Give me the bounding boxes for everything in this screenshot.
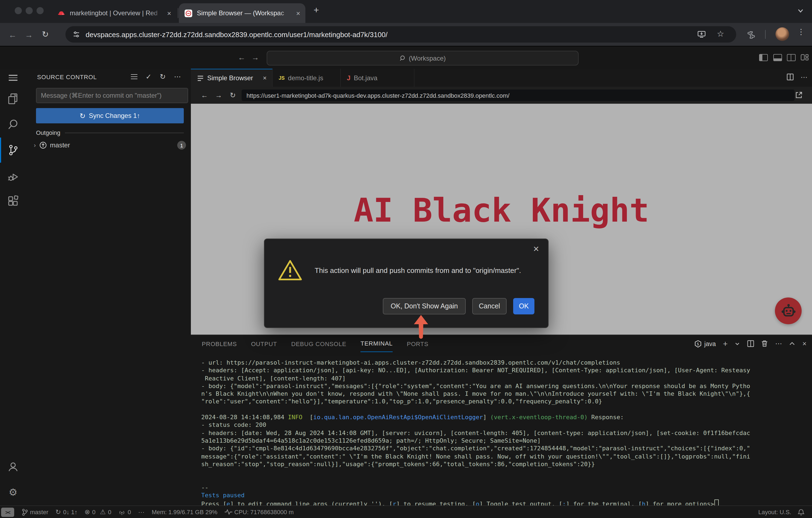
editor-tab-demo-title-js[interactable]: JS demo-title.js [273,69,341,87]
chevron-right-icon[interactable]: › [34,142,36,148]
site-settings-icon[interactable] [72,31,80,38]
terminal-output[interactable]: - url: https://parasol-instruct-marketin… [201,359,807,509]
profile-avatar[interactable] [776,27,789,41]
editor-tab-bot-java[interactable]: J Bot.java [341,69,414,87]
terminal-line: - status code: 200 [201,422,807,430]
more-actions-icon[interactable]: ⋯ [775,339,782,348]
panel-tabbar: PROBLEMS OUTPUT DEBUG CONSOLE TERMINAL P… [202,335,428,352]
problems-status-item[interactable]: ⊗ 0 ⚠ 0 [85,509,111,515]
warning-icon: ⚠ [100,509,106,515]
outgoing-branch-row[interactable]: › master 1 [34,139,186,151]
source-control-icon[interactable] [6,143,20,157]
status-bar: >< master ↻ 0↓ 1↑ ⊗ 0 ⚠ 0 [0,506,812,518]
simple-browser-url-input[interactable]: https://user1-marketingbot-ad7k-quarkus-… [241,89,794,101]
tab-title: marketingbot | Overview | Red [70,9,164,17]
panel-tab-problems[interactable]: PROBLEMS [202,335,237,352]
close-icon[interactable]: × [263,74,267,82]
more-status-icon[interactable]: ··· [138,508,145,516]
more-actions-icon[interactable]: ⋯ [801,73,808,81]
open-external-icon[interactable] [795,91,803,99]
scm-title: SOURCE CONTROL [37,74,97,80]
toggle-secondary-sidebar-icon[interactable] [787,54,795,61]
new-tab-button[interactable]: + [314,5,319,16]
terminal-line: - headers: [date: Wed, 28 Aug 2024 14:14… [201,429,807,437]
history-back-icon[interactable]: ← [238,53,245,62]
maximize-panel-icon[interactable] [789,340,795,347]
panel-tab-output[interactable]: OUTPUT [251,335,277,352]
panel-tab-terminal[interactable]: TERMINAL [360,335,393,352]
customize-layout-icon[interactable] [801,54,809,61]
explorer-icon[interactable] [6,92,20,105]
panel-tab-debug-console[interactable]: DEBUG CONSOLE [291,335,346,352]
close-panel-icon[interactable]: × [803,339,807,348]
cancel-button[interactable]: Cancel [472,298,506,315]
install-app-icon[interactable] [697,31,706,38]
sync-status-item[interactable]: ↻ 0↓ 1↑ [55,509,78,515]
bookmark-star-icon[interactable]: ☆ [717,29,724,39]
url-text: https://user1-marketingbot-ad7k-quarkus-… [246,92,510,99]
terminal-line: sh_reason":"stop","stop_reason":null}],"… [201,461,807,469]
sync-confirm-dialog: ✕ This action will pull and push commits… [264,239,549,328]
close-icon[interactable]: × [167,9,171,17]
browser-tab-marketingbot[interactable]: marketingbot | Overview | Red × [52,3,176,23]
terminal-line: - headers: [Accept: application/json], [… [201,367,807,375]
ok-dont-show-again-button[interactable]: OK, Don't Show Again [383,298,466,315]
back-icon[interactable]: ← [197,91,211,99]
sync-changes-button[interactable]: ↻ Sync Changes 1↑ [36,108,184,124]
macos-close-button[interactable] [15,7,22,14]
git-branch-icon [22,509,28,516]
settings-gear-icon[interactable]: ⚙ [6,486,20,499]
address-bar[interactable]: devspaces.apps.cluster-z72dd.z72dd.sandb… [65,26,736,43]
memory-status-item[interactable]: Mem: 1.99/6.71 GB 29% [152,509,217,515]
reload-icon[interactable]: ↻ [37,29,53,39]
back-icon[interactable]: ← [4,30,21,39]
branch-status-item[interactable]: master [22,509,48,516]
forward-icon[interactable]: → [21,30,37,39]
chevron-down-icon[interactable] [797,7,804,15]
account-icon[interactable] [6,460,20,473]
command-center-search[interactable]: (Workspace) [267,51,579,65]
view-as-list-icon[interactable] [131,73,138,81]
browser-tab-simple-browser[interactable]: Simple Browser — (Workspac × [179,3,306,23]
terminal-shell-item[interactable]: $ java [694,340,716,348]
extensions-puzzle-icon[interactable] [747,31,755,39]
more-actions-icon[interactable]: ⋯ [174,73,181,81]
new-terminal-icon[interactable]: + [723,339,728,348]
sync-changes-label: Sync Changes 1↑ [89,112,140,119]
bottom-panel: PROBLEMS OUTPUT DEBUG CONSOLE TERMINAL P… [191,335,812,506]
devspaces-icon [184,9,193,17]
history-forward-icon[interactable]: → [252,53,259,62]
run-debug-icon[interactable] [6,170,20,183]
ok-button[interactable]: OK [513,298,534,315]
macos-minimize-button[interactable] [26,7,33,14]
commit-message-input[interactable]: Message (⌘Enter to commit on "master") [36,88,188,103]
annotation-arrow-up [413,315,429,339]
remote-indicator[interactable]: >< [1,508,14,517]
macos-zoom-button[interactable] [36,7,44,14]
split-terminal-icon[interactable] [747,340,754,347]
toggle-panel-icon[interactable] [773,54,782,61]
chevron-down-icon[interactable] [735,341,740,346]
kebab-menu-icon[interactable]: ⋮ [797,27,805,36]
ports-status-item[interactable]: 0 [118,509,131,515]
refresh-icon[interactable]: ↻ [160,73,166,81]
split-editor-icon[interactable] [786,73,794,81]
close-icon[interactable]: × [296,9,300,17]
menu-icon[interactable] [9,73,18,82]
outgoing-section-header[interactable]: Outgoing [36,129,184,136]
chatbot-button[interactable] [775,298,802,324]
editor-tab-simple-browser[interactable]: Simple Browser × [191,69,273,87]
notifications-bell-icon[interactable] [798,509,804,516]
search-icon[interactable] [6,118,20,131]
commit-check-icon[interactable]: ✓ [146,73,152,81]
keyboard-layout-item[interactable]: Layout: U.S. [758,509,791,515]
close-icon[interactable]: ✕ [533,245,539,253]
extensions-icon[interactable] [6,195,20,208]
terminal-line: 5a1e113b6e29d5bdaf4=64a518c1a2c0de153c11… [201,437,807,445]
toggle-primary-sidebar-icon[interactable] [759,54,768,61]
kill-terminal-trash-icon[interactable] [761,340,768,347]
robot-icon [780,303,796,319]
cpu-status-item[interactable]: CPU: 71768638000 m [224,509,294,515]
reload-icon[interactable]: ↻ [226,91,240,99]
forward-icon[interactable]: → [211,91,226,99]
